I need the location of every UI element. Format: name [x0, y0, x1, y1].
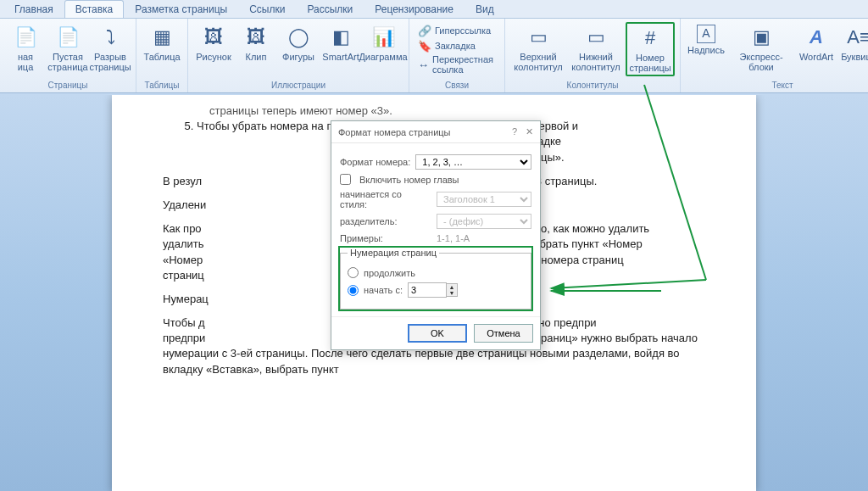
separator-select: - (дефис)	[437, 214, 531, 229]
break-icon: ⤵	[97, 25, 123, 50]
clipart-button[interactable]: 🖼Клип	[236, 22, 276, 64]
group-label: Связи	[415, 80, 499, 91]
crossref-button[interactable]: ↔Перекрестная ссылка	[418, 54, 496, 75]
dropcap-icon: A≡	[846, 25, 868, 50]
chapter-style-select: Заголовок 1	[437, 192, 531, 207]
chart-icon: 📊	[370, 25, 396, 50]
crossref-icon: ↔	[418, 58, 429, 71]
clipart-icon: 🖼	[243, 25, 269, 50]
quickparts-icon: ▣	[748, 25, 774, 50]
include-chapter-checkbox[interactable]	[340, 174, 351, 185]
group-tables: ▦Таблица Таблицы	[136, 19, 188, 92]
group-pages: 📄наяица 📄Пустаястраница ⤵Разрывстраницы …	[0, 19, 136, 92]
group-headers: ▭Верхнийколонтитул ▭Нижнийколонтитул #Но…	[505, 19, 681, 92]
ok-button[interactable]: OK	[408, 324, 467, 343]
group-illustrations: 🖼Рисунок 🖼Клип ◯Фигуры ◧SmartArt 📊Диагра…	[188, 19, 409, 92]
chart-button[interactable]: 📊Диаграмма	[363, 22, 403, 64]
separator-label: разделитель:	[340, 216, 431, 226]
fieldset-legend: Нумерация страниц	[348, 248, 439, 258]
hyperlink-button[interactable]: 🔗Гиперссылка	[418, 24, 496, 37]
shapes-icon: ◯	[286, 25, 311, 50]
header-button[interactable]: ▭Верхнийколонтитул	[510, 22, 566, 75]
dropcap-button[interactable]: A≡Буквица	[838, 22, 868, 64]
dialog-title: Формат номера страницы	[338, 127, 451, 137]
shapes-button[interactable]: ◯Фигуры	[278, 22, 319, 64]
footer-icon: ▭	[583, 25, 609, 50]
tab-home[interactable]: Главная	[3, 0, 64, 18]
tab-mailings[interactable]: Рассылки	[296, 0, 364, 18]
group-label: Иллюстрации	[193, 80, 403, 91]
quickparts-button[interactable]: ▣Экспресс-блоки	[728, 22, 794, 75]
start-at-input[interactable]	[408, 282, 447, 298]
group-links: 🔗Гиперссылка 🔖Закладка ↔Перекрестная ссы…	[409, 19, 505, 92]
start-at-radio[interactable]	[348, 285, 359, 296]
spin-up-icon[interactable]: ▲	[447, 284, 457, 290]
smartart-icon: ◧	[328, 25, 353, 50]
continue-label: продолжить	[364, 268, 415, 278]
table-button[interactable]: ▦Таблица	[142, 22, 182, 64]
ribbon-tabs: Главная Вставка Разметка страницы Ссылки…	[0, 0, 868, 19]
cancel-button[interactable]: Отмена	[474, 324, 533, 343]
wordart-icon: A	[804, 25, 829, 50]
tab-review[interactable]: Рецензирование	[364, 0, 465, 18]
bookmark-icon: 🔖	[418, 39, 431, 53]
page-icon: 📄	[13, 25, 38, 50]
examples-text: 1-1, 1-A	[437, 233, 470, 243]
start-at-label: начать с:	[364, 285, 403, 295]
page-number-button[interactable]: #Номерстраницы	[626, 22, 675, 76]
blank-page-button[interactable]: 📄Пустаястраница	[47, 22, 88, 75]
link-icon: 🔗	[418, 24, 431, 37]
bookmark-button[interactable]: 🔖Закладка	[418, 39, 496, 53]
group-label: Страницы	[5, 80, 131, 91]
group-label: Колонтитулы	[510, 80, 675, 91]
page-number-format-dialog: Формат номера страницы ? ✕ Формат номера…	[331, 120, 541, 350]
help-icon[interactable]: ?	[512, 126, 517, 137]
tab-insert[interactable]: Вставка	[64, 0, 125, 18]
header-icon: ▭	[526, 25, 551, 50]
number-format-select[interactable]: 1, 2, 3, …	[415, 154, 531, 170]
page-icon: 📄	[55, 25, 81, 50]
format-label: Формат номера:	[340, 157, 410, 167]
group-text: AНадпись ▣Экспресс-блоки AWordArt A≡Букв…	[681, 19, 868, 92]
examples-label: Примеры:	[340, 233, 431, 243]
group-label: Текст	[686, 80, 868, 91]
picture-button[interactable]: 🖼Рисунок	[193, 22, 234, 64]
close-icon[interactable]: ✕	[526, 126, 533, 137]
ribbon-insert: 📄наяица 📄Пустаястраница ⤵Разрывстраницы …	[0, 19, 868, 93]
starts-with-label: начинается со стиля:	[340, 189, 431, 209]
textbox-icon: A	[697, 25, 715, 43]
group-label: Таблицы	[142, 80, 182, 91]
tab-references[interactable]: Ссылки	[238, 0, 296, 18]
page-numbering-fieldset: Нумерация страниц продолжить начать с: ▲…	[340, 248, 531, 310]
footer-button[interactable]: ▭Нижнийколонтитул	[568, 22, 624, 75]
smartart-button[interactable]: ◧SmartArt	[320, 22, 361, 64]
table-icon: ▦	[149, 25, 175, 50]
text-fragment: страницы теперь имеют номер «3».	[209, 103, 722, 119]
textbox-button[interactable]: AНадпись	[686, 22, 726, 58]
spin-down-icon[interactable]: ▼	[447, 290, 457, 296]
continue-radio[interactable]	[348, 267, 359, 278]
picture-icon: 🖼	[201, 25, 226, 50]
dialog-titlebar[interactable]: Формат номера страницы ? ✕	[331, 121, 540, 143]
page-number-icon: #	[637, 25, 663, 51]
tab-pagelayout[interactable]: Разметка страницы	[124, 0, 238, 18]
tab-view[interactable]: Вид	[465, 0, 505, 18]
page-break-button[interactable]: ⤵Разрывстраницы	[90, 22, 131, 75]
include-chapter-label: Включить номер главы	[359, 175, 459, 185]
cover-page-button[interactable]: 📄наяица	[5, 22, 46, 75]
wordart-button[interactable]: AWordArt	[796, 22, 837, 64]
